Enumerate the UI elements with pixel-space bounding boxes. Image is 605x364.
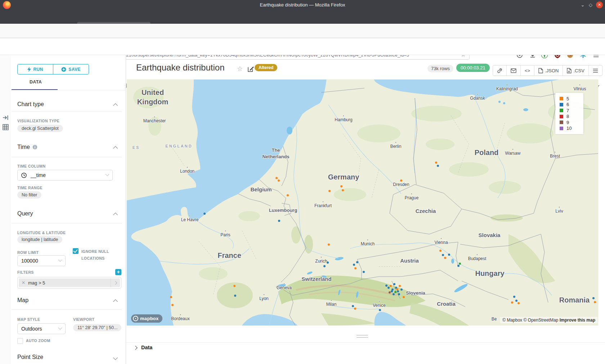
chevron-down-icon bbox=[58, 258, 62, 262]
section-chart-type[interactable]: Chart type bbox=[17, 101, 44, 108]
window-minimize-button[interactable]: ⌄ bbox=[579, 1, 586, 9]
earthquake-point bbox=[399, 285, 401, 287]
time-range-value[interactable]: No filter bbox=[17, 191, 41, 199]
city-marker-dot bbox=[180, 314, 181, 315]
city-marker-dot bbox=[476, 254, 478, 255]
remove-filter-icon[interactable]: ✕ bbox=[19, 280, 28, 285]
earthquake-point bbox=[340, 185, 342, 187]
section-map[interactable]: Map bbox=[17, 297, 28, 304]
save-button[interactable]: SAVE bbox=[53, 64, 89, 74]
export-json-button[interactable]: .JSON bbox=[534, 65, 563, 76]
earthquake-point bbox=[233, 285, 236, 287]
earthquake-point bbox=[439, 250, 442, 252]
section-time[interactable]: Time bbox=[17, 144, 37, 150]
export-csv-button[interactable]: .CSV bbox=[563, 65, 588, 76]
collapse-panel-icon[interactable] bbox=[3, 115, 9, 120]
earthquake-point bbox=[234, 295, 236, 297]
chart-menu-button[interactable] bbox=[588, 65, 602, 76]
earthquake-point bbox=[323, 265, 326, 267]
legend-row: 6 bbox=[560, 102, 583, 108]
earthquake-point bbox=[278, 179, 280, 182]
city-marker-dot bbox=[579, 84, 581, 86]
map-style-value: Outdoors bbox=[21, 326, 42, 332]
basemap bbox=[127, 79, 598, 326]
viewport-value[interactable]: 11° 28' 29.70" | 50... bbox=[73, 324, 121, 331]
bolt-icon bbox=[27, 67, 31, 72]
map-canvas[interactable]: 5678910 mapbox © Mapbox © OpenStreetMap … bbox=[127, 79, 598, 326]
city-marker-dot bbox=[554, 151, 556, 153]
browser-toolbar: ← → ⟳ 172.18.0.3:32108/superset/explore/… bbox=[0, 24, 605, 38]
data-panel-title[interactable]: Data bbox=[141, 345, 152, 350]
city-marker-dot bbox=[343, 115, 344, 117]
filter-chip[interactable]: ✕ mag > 5 bbox=[19, 278, 120, 287]
add-filter-button[interactable]: + bbox=[115, 269, 121, 275]
chevron-down-icon bbox=[58, 326, 62, 330]
legend-swatch bbox=[560, 97, 563, 100]
menu-icon bbox=[593, 68, 598, 73]
section-point-size[interactable]: Point Size bbox=[17, 354, 43, 360]
app-window: Earthquake distribution — Mozilla Firefo… bbox=[0, 0, 605, 364]
city-marker-dot bbox=[154, 116, 155, 118]
row-limit-select[interactable]: 100000 bbox=[17, 255, 66, 266]
favorite-star-icon[interactable]: ☆ bbox=[237, 65, 243, 73]
ignore-null-control[interactable]: IGNORE NULL LOCATIONS bbox=[73, 248, 120, 262]
city-marker-dot bbox=[559, 206, 560, 208]
earthquake-point bbox=[400, 288, 403, 291]
legend-value: 10 bbox=[566, 126, 572, 131]
legend-row: 9 bbox=[560, 119, 583, 126]
expand-filter-icon[interactable] bbox=[111, 278, 120, 287]
city-marker-dot bbox=[506, 84, 508, 86]
earthquake-point bbox=[379, 309, 381, 311]
run-button[interactable]: RUN bbox=[18, 64, 53, 74]
time-column-select[interactable]: __time bbox=[17, 170, 113, 181]
city-marker-dot bbox=[189, 215, 191, 217]
map-style-select[interactable]: Outdoors bbox=[17, 323, 66, 334]
earthquake-point bbox=[515, 300, 517, 302]
altered-badge[interactable]: Altered bbox=[255, 64, 277, 71]
mapbox-logo-icon bbox=[133, 316, 138, 321]
expand-data-panel-icon[interactable] bbox=[133, 346, 137, 350]
datasource-grid-icon[interactable] bbox=[3, 124, 9, 130]
copy-link-button[interactable] bbox=[493, 65, 506, 76]
legend-row: 7 bbox=[560, 108, 583, 114]
legend-value: 6 bbox=[566, 102, 569, 107]
earthquake-point bbox=[517, 302, 520, 304]
edit-title-icon[interactable] bbox=[248, 66, 254, 72]
earthquake-point bbox=[511, 301, 513, 304]
email-button[interactable] bbox=[506, 65, 520, 76]
legend-swatch bbox=[560, 120, 563, 124]
panel-resize-handle[interactable] bbox=[357, 335, 368, 338]
auto-zoom-control[interactable]: AUTO ZOOM bbox=[17, 337, 50, 344]
legend-row: 8 bbox=[560, 114, 583, 120]
legend-swatch bbox=[560, 109, 563, 112]
earthquake-point bbox=[171, 304, 174, 306]
earthquake-point bbox=[390, 285, 392, 287]
auto-zoom-label: AUTO ZOOM bbox=[26, 337, 50, 344]
tab-data[interactable]: DATA bbox=[30, 79, 42, 85]
mapbox-logo[interactable]: mapbox bbox=[131, 314, 162, 323]
city-marker-dot bbox=[440, 238, 442, 239]
city-marker-dot bbox=[225, 230, 226, 232]
section-query[interactable]: Query bbox=[17, 210, 33, 217]
earthquake-point bbox=[354, 308, 356, 310]
earthquake-point bbox=[170, 296, 172, 298]
ignore-null-label: IGNORE NULL LOCATIONS bbox=[81, 248, 120, 262]
window-maximize-button[interactable]: ◇ bbox=[587, 1, 594, 9]
file-icon bbox=[538, 68, 543, 73]
embed-code-button[interactable]: <> bbox=[520, 65, 534, 76]
window-close-button[interactable]: ✕ bbox=[596, 1, 603, 8]
viz-type-value[interactable]: deck.gl Scatterplot bbox=[17, 125, 63, 132]
earthquake-point bbox=[397, 290, 399, 292]
auto-zoom-checkbox[interactable] bbox=[17, 338, 23, 344]
earthquake-point bbox=[400, 179, 402, 182]
improve-map-link[interactable]: Improve this map bbox=[560, 318, 595, 323]
legend-swatch bbox=[560, 115, 563, 118]
earthquake-point bbox=[354, 267, 357, 269]
earthquake-point bbox=[448, 254, 450, 256]
lonlat-value[interactable]: longitude | latitude bbox=[17, 236, 62, 243]
map-attribution[interactable]: © Mapbox © OpenStreetMap Improve this ma… bbox=[500, 317, 597, 323]
city-marker-dot bbox=[187, 167, 188, 168]
envelope-icon bbox=[511, 68, 516, 73]
ignore-null-checkbox[interactable] bbox=[73, 248, 79, 254]
earthquake-point bbox=[356, 261, 358, 263]
